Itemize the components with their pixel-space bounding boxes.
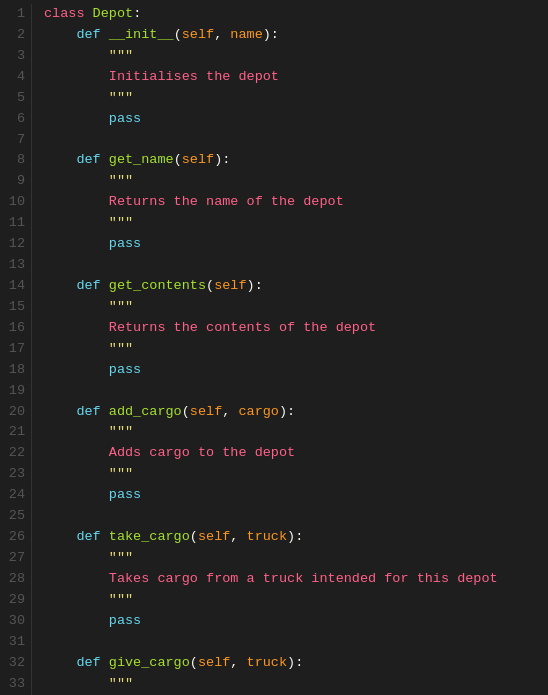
token-punct: ): (214, 152, 230, 167)
code-body[interactable]: class Depot: def __init__(self, name): "… (32, 4, 548, 695)
code-line-14: def get_contents(self): (44, 276, 548, 297)
code-line-12: pass (44, 234, 548, 255)
code-line-6: pass (44, 109, 548, 130)
code-line-5: """ (44, 88, 548, 109)
line-num-3: 3 (4, 46, 25, 67)
line-num-20: 20 (4, 402, 25, 423)
line-num-7: 7 (4, 130, 25, 151)
token-fn-name: take_cargo (109, 529, 190, 544)
token-punct: ( (190, 655, 198, 670)
token-param: self (190, 404, 222, 419)
code-line-10: Returns the name of the depot (44, 192, 548, 213)
line-num-33: 33 (4, 674, 25, 695)
token-docstring: """ (109, 676, 133, 691)
code-line-33: """ (44, 674, 548, 695)
token-kw-pass: pass (109, 487, 141, 502)
token-comment-text: Takes cargo from a truck intended for th… (109, 571, 498, 586)
token-kw-pass: pass (109, 111, 141, 126)
token-kw-def: def (76, 404, 108, 419)
code-line-28: Takes cargo from a truck intended for th… (44, 569, 548, 590)
token-plain (44, 236, 109, 251)
token-plain (44, 362, 109, 377)
code-line-3: """ (44, 46, 548, 67)
token-punct: : (133, 6, 141, 21)
token-plain (44, 529, 76, 544)
code-line-1: class Depot: (44, 4, 548, 25)
token-plain (44, 27, 76, 42)
line-num-1: 1 (4, 4, 25, 25)
token-plain (44, 215, 109, 230)
code-line-15: """ (44, 297, 548, 318)
code-line-11: """ (44, 213, 548, 234)
line-num-21: 21 (4, 422, 25, 443)
token-plain (44, 487, 109, 502)
token-punct: , (222, 404, 238, 419)
token-plain (44, 299, 109, 314)
token-plain (44, 613, 109, 628)
token-punct: , (230, 529, 246, 544)
token-comment-text: Adds cargo to the depot (109, 445, 295, 460)
line-num-13: 13 (4, 255, 25, 276)
token-plain (44, 550, 109, 565)
token-plain (44, 194, 109, 209)
token-docstring: """ (109, 299, 133, 314)
code-line-30: pass (44, 611, 548, 632)
line-num-11: 11 (4, 213, 25, 234)
line-num-30: 30 (4, 611, 25, 632)
token-fn-name: add_cargo (109, 404, 182, 419)
token-param: self (198, 655, 230, 670)
line-num-29: 29 (4, 590, 25, 611)
token-punct: , (214, 27, 230, 42)
token-docstring: """ (109, 215, 133, 230)
line-num-23: 23 (4, 464, 25, 485)
code-line-32: def give_cargo(self, truck): (44, 653, 548, 674)
token-docstring: """ (109, 341, 133, 356)
token-param: name (230, 27, 262, 42)
line-num-14: 14 (4, 276, 25, 297)
token-plain (44, 466, 109, 481)
token-kw-def: def (76, 278, 108, 293)
token-punct: ( (190, 529, 198, 544)
token-docstring: """ (109, 90, 133, 105)
code-editor: 1234567891011121314151617181920212223242… (0, 0, 548, 695)
code-line-21: """ (44, 422, 548, 443)
token-plain (44, 173, 109, 188)
token-plain (44, 676, 109, 691)
line-num-5: 5 (4, 88, 25, 109)
code-line-8: def get_name(self): (44, 150, 548, 171)
token-punct: ): (287, 655, 303, 670)
token-punct: ( (182, 404, 190, 419)
code-line-20: def add_cargo(self, cargo): (44, 402, 548, 423)
line-num-4: 4 (4, 67, 25, 88)
code-line-23: """ (44, 464, 548, 485)
line-num-9: 9 (4, 171, 25, 192)
token-docstring: """ (109, 550, 133, 565)
token-comment-text: Initialises the depot (109, 69, 279, 84)
token-plain (44, 48, 109, 63)
token-plain (44, 445, 109, 460)
token-plain (44, 571, 109, 586)
code-line-18: pass (44, 360, 548, 381)
token-docstring: """ (109, 466, 133, 481)
token-param: self (182, 27, 214, 42)
token-plain (44, 424, 109, 439)
token-punct: ): (279, 404, 295, 419)
token-kw-pass: pass (109, 362, 141, 377)
code-line-29: """ (44, 590, 548, 611)
token-plain (44, 655, 76, 670)
token-comment-text: Returns the contents of the depot (109, 320, 376, 335)
token-comment-text: Returns the name of the depot (109, 194, 344, 209)
code-line-26: def take_cargo(self, truck): (44, 527, 548, 548)
line-num-16: 16 (4, 318, 25, 339)
token-plain (44, 404, 76, 419)
token-punct: ): (287, 529, 303, 544)
code-line-24: pass (44, 485, 548, 506)
token-docstring: """ (109, 173, 133, 188)
token-punct: ( (174, 27, 182, 42)
line-num-19: 19 (4, 381, 25, 402)
token-class-name: Depot (93, 6, 134, 21)
token-docstring: """ (109, 48, 133, 63)
token-plain (44, 69, 109, 84)
line-num-28: 28 (4, 569, 25, 590)
token-kw-def: def (76, 655, 108, 670)
